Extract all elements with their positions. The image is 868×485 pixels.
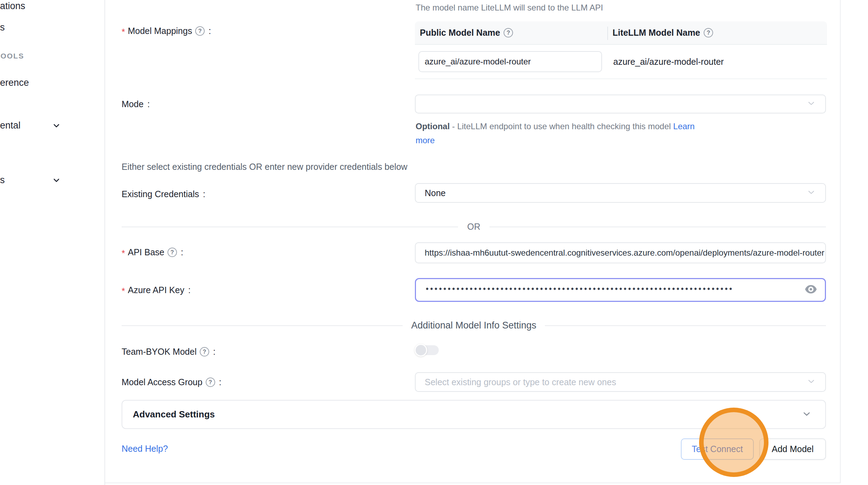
model-mappings-label: * Model Mappings ? : [122,26,211,36]
sidebar-item-settings[interactable]: s [0,175,5,186]
header-column-divider [607,27,608,40]
required-asterisk: * [122,286,125,296]
credentials-note: Either select existing credentials OR en… [122,162,408,172]
help-icon[interactable]: ? [504,28,513,37]
existing-credentials-select[interactable]: None [415,183,826,203]
model-access-group-select[interactable]: Select existing groups or type to create… [415,372,826,392]
additional-info-divider: Additional Model Info Settings [122,320,826,331]
chevron-down-icon [806,187,816,199]
required-asterisk: * [122,27,125,37]
chevron-down-icon[interactable] [52,121,61,130]
help-icon[interactable]: ? [200,347,209,356]
chevron-down-icon [801,409,812,421]
advanced-settings-title: Advanced Settings [133,409,215,420]
model-access-group-label: Model Access Group ? : [122,377,221,387]
existing-credentials-label: Existing Credentials : [122,189,205,199]
help-icon[interactable]: ? [168,248,177,257]
mode-select[interactable] [415,95,826,113]
model-mappings-table: Public Model Name ? LiteLLM Model Name ?… [415,21,827,79]
chevron-down-icon [806,376,816,388]
sidebar: ations s TOOLS erence ental s [0,0,105,485]
team-byok-label: Team-BYOK Model ? : [122,347,216,357]
sidebar-item-1[interactable]: s [0,22,5,33]
toggle-knob [415,344,427,356]
test-connect-button[interactable]: Test Connect [681,438,754,460]
sidebar-section-tools: TOOLS [0,52,24,60]
litellm-model-name-header: LiteLLM Model Name ? [608,28,827,38]
eye-icon[interactable] [805,284,817,296]
api-base-input[interactable]: https://ishaa-mh6uutut-swedencentral.cog… [415,242,826,263]
chevron-down-icon[interactable] [52,176,61,185]
sidebar-item-inference[interactable]: erence [0,77,29,88]
public-model-name-input[interactable]: azure_ai/azure-model-router [418,51,602,72]
masked-password-value: ••••••••••••••••••••••••••••••••••••••••… [416,284,780,294]
model-mapping-row: azure_ai/azure-model-router azure_ai/azu… [415,45,827,78]
litellm-model-helper-text: The model name LiteLLM will send to the … [416,3,603,13]
add-model-button[interactable]: Add Model [759,438,826,460]
public-model-name-header: Public Model Name ? [415,28,608,38]
mode-helper-text: Optional - LiteLLM endpoint to use when … [416,119,710,147]
help-icon[interactable]: ? [206,377,215,387]
mode-label: Mode : [122,99,150,109]
api-base-label: * API Base ? : [122,247,183,257]
chevron-down-icon [806,98,816,110]
need-help-link[interactable]: Need Help? [122,444,168,454]
model-mappings-header-row: Public Model Name ? LiteLLM Model Name ? [415,21,827,45]
litellm-model-name-value: azure_ai/azure-model-router [608,57,724,67]
required-asterisk: * [122,248,125,258]
or-divider: OR [122,222,826,232]
advanced-settings-panel[interactable]: Advanced Settings [122,400,826,429]
azure-api-key-input[interactable]: ••••••••••••••••••••••••••••••••••••••••… [415,278,826,302]
help-icon[interactable]: ? [704,28,713,37]
azure-api-key-label: * Azure API Key : [122,285,191,295]
add-model-page: ations s TOOLS erence ental s The model … [0,0,868,485]
sidebar-item-organizations[interactable]: ations [0,1,25,12]
sidebar-item-experimental[interactable]: ental [0,120,21,131]
help-icon[interactable]: ? [195,26,205,36]
team-byok-toggle[interactable] [416,345,439,355]
